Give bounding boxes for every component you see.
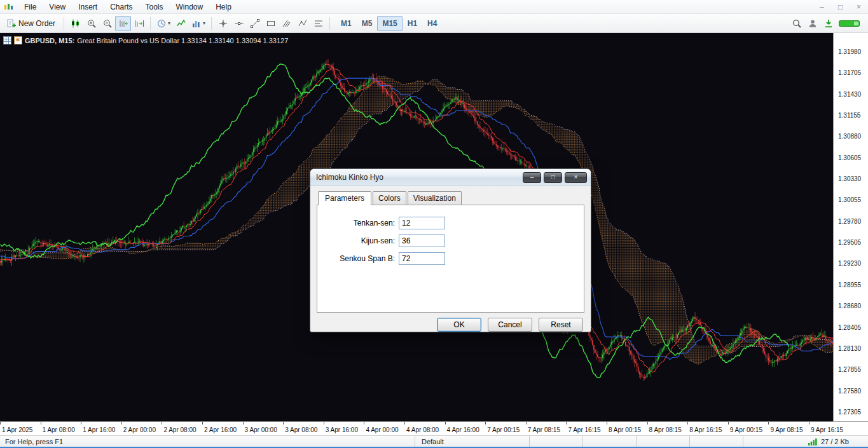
templates-button[interactable]: ▾	[189, 16, 208, 31]
reset-button[interactable]: Reset	[539, 318, 583, 332]
price-axis[interactable]: 1.319801.317051.314301.311551.308801.306…	[833, 33, 868, 421]
timeframe-group: M1M5M15H1H4	[336, 16, 442, 31]
mt5-window: File View Insert Charts Tools Window Hel…	[0, 0, 868, 448]
menu-item-charts[interactable]: Charts	[104, 1, 139, 13]
menu-item-help[interactable]: Help	[209, 1, 238, 13]
clock-icon	[156, 18, 167, 29]
menu-item-window[interactable]: Window	[170, 1, 210, 13]
toolbar-separator	[211, 17, 212, 30]
status-profile[interactable]: Default	[415, 436, 529, 447]
price-axis-label: 1.31980	[838, 48, 861, 55]
dialog-titlebar[interactable]: Ichimoku Kinko Hyo – □ ×	[310, 169, 591, 186]
pitchfork-icon	[282, 18, 292, 29]
menu-item-tools[interactable]: Tools	[139, 1, 170, 13]
time-axis-tick	[445, 422, 446, 424]
periods-button[interactable]: ▾	[154, 16, 173, 31]
time-axis-label: 7 Apr 00:15	[487, 426, 520, 433]
zoom-out-button[interactable]	[99, 16, 115, 31]
rectangle-icon	[266, 18, 276, 29]
indicators-button[interactable]	[173, 16, 189, 31]
zoom-in-button[interactable]	[83, 16, 99, 31]
auto-scroll-icon	[118, 18, 128, 29]
time-axis-tick	[566, 422, 567, 424]
time-axis-label: 8 Apr 16:15	[689, 426, 722, 433]
status-help-text: For Help, press F1	[0, 438, 415, 445]
ok-button[interactable]: OK	[437, 318, 481, 332]
timeframe-m5-button[interactable]: M5	[357, 16, 378, 31]
pitchfork-button[interactable]	[279, 16, 294, 31]
kijun-input[interactable]	[399, 234, 445, 247]
timeframe-h1-button[interactable]: H1	[403, 16, 422, 31]
chart-shift-button[interactable]	[131, 16, 147, 31]
status-bar: For Help, press F1 Default 27 / 2 Kb	[0, 435, 868, 448]
price-axis-label: 1.30880	[838, 133, 861, 140]
window-close-button[interactable]: ×	[850, 1, 868, 13]
dialog-close-button[interactable]: ×	[565, 172, 587, 183]
status-cell	[582, 436, 636, 447]
time-axis[interactable]: 1 Apr 20251 Apr 08:001 Apr 16:002 Apr 00…	[0, 421, 868, 435]
time-axis-tick	[243, 422, 244, 424]
time-axis-label: 1 Apr 08:00	[43, 426, 75, 433]
dialog-maximize-button[interactable]: □	[544, 172, 562, 183]
trendline-button[interactable]	[247, 16, 263, 31]
time-axis-label: 9 Apr 08:15	[770, 426, 803, 433]
crosshair-button[interactable]	[215, 16, 231, 31]
search-button[interactable]	[789, 16, 804, 31]
toolbar-separator	[329, 17, 330, 30]
tab-colors[interactable]: Colors	[373, 191, 406, 205]
zoom-in-icon	[86, 18, 97, 29]
auto-scroll-button[interactable]	[115, 16, 131, 31]
dropdown-arrow-icon: ▾	[168, 20, 170, 26]
timeframe-m1-button[interactable]: M1	[336, 16, 357, 31]
polyline-icon	[298, 18, 308, 29]
depth-of-market-icon[interactable]	[3, 36, 11, 44]
timeframe-h4-button[interactable]: H4	[422, 16, 442, 31]
window-maximize-button[interactable]: □	[831, 1, 850, 13]
time-axis-tick	[728, 422, 729, 424]
timeframe-m15-button[interactable]: M15	[377, 16, 402, 31]
channel-button[interactable]	[263, 16, 279, 31]
dialog-tabs: Parameters Colors Visualization	[318, 191, 591, 205]
time-axis-label: 2 Apr 00:00	[123, 426, 156, 433]
time-axis-tick	[202, 422, 203, 424]
one-click-trading-icon[interactable]	[14, 36, 22, 44]
senkou-span-b-input[interactable]	[399, 252, 445, 265]
time-axis-label: 9 Apr 16:15	[811, 426, 843, 433]
tab-visualization[interactable]: Visualization	[408, 191, 462, 205]
time-axis-tick	[768, 422, 769, 424]
tab-parameters[interactable]: Parameters	[318, 191, 371, 205]
cancel-button[interactable]: Cancel	[488, 318, 532, 332]
toolbar-left-group: New Order▾▾	[4, 16, 333, 31]
menu-item-insert[interactable]: Insert	[72, 1, 104, 13]
menu-item-view[interactable]: View	[43, 1, 72, 13]
time-axis-tick	[41, 422, 41, 424]
tenkan-input[interactable]	[399, 217, 445, 229]
data-feed-button[interactable]	[820, 16, 836, 31]
menu-item-file[interactable]: File	[18, 1, 43, 13]
price-axis-label: 1.29780	[838, 218, 861, 225]
new-order-button[interactable]: New Order	[4, 16, 60, 31]
person-icon	[808, 18, 818, 29]
hline-icon	[234, 18, 244, 29]
status-connection: 27 / 2 Kb	[743, 436, 868, 447]
search-icon	[792, 18, 802, 29]
bar-chart-button[interactable]	[67, 16, 83, 31]
horizontal-line-button[interactable]	[231, 16, 247, 31]
polyline-button[interactable]	[294, 16, 310, 31]
senkou-span-b-row: Senkou Span B:	[317, 250, 584, 268]
time-axis-tick	[0, 422, 1, 424]
dialog-minimize-button[interactable]: –	[523, 172, 541, 183]
price-axis-label: 1.31430	[838, 91, 861, 98]
time-axis-label: 7 Apr 16:15	[568, 426, 600, 433]
dialog-controls: – □ ×	[523, 172, 587, 183]
battery-indicator[interactable]	[836, 16, 863, 31]
fibo-icon	[313, 18, 324, 29]
price-axis-label: 1.30055	[838, 196, 861, 203]
account-button[interactable]	[804, 16, 820, 31]
window-minimize-button[interactable]: –	[813, 1, 831, 13]
window-controls: – □ ×	[813, 1, 868, 13]
price-axis-label: 1.28680	[838, 302, 861, 309]
price-axis-label: 1.29230	[838, 260, 861, 267]
fibonacci-button[interactable]	[310, 16, 326, 31]
time-axis-label: 1 Apr 16:00	[83, 426, 115, 433]
